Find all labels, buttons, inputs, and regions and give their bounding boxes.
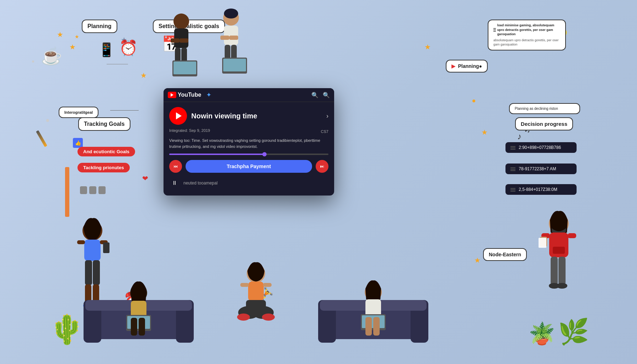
top-people-svg — [153, 0, 267, 92]
top-right-bubble: load minimise gaming, absolutequam upro … — [488, 20, 566, 50]
stats-icon-2 — [510, 167, 515, 171]
yt-progress-bar[interactable] — [169, 154, 328, 155]
svg-rect-21 — [77, 240, 85, 244]
yt-meta-row: Integrated: Sep 9, 2019 CS7 — [169, 128, 328, 135]
yt-content: Nowin viewing time › Integrated: Sep 9, … — [164, 102, 334, 196]
yt-header-icons: 🔍 🔍 — [311, 92, 330, 98]
yt-controls: ⏮ Trachpha Payment ⏭ — [169, 160, 328, 176]
dot-2 — [32, 60, 34, 63]
star-icon-6: ★ — [424, 43, 431, 51]
yt-description: Viewing too: Time. Set vowoutrasting vag… — [169, 138, 328, 149]
yt-progress-fill — [169, 154, 265, 155]
phone-icon: 📱 — [98, 42, 115, 58]
svg-point-9 — [224, 9, 238, 18]
star-icon-3: ★ — [75, 34, 79, 39]
svg-rect-1 — [174, 28, 188, 48]
tracking-goals-bubble: Tracking Goals — [78, 117, 130, 131]
stats-box-2: 78-91772238+7 AM — [505, 164, 577, 174]
stats-box-1: 2:90+898+07728B786 — [505, 142, 577, 153]
yt-pause-icon[interactable]: ⏸ — [169, 178, 180, 188]
star-icon-4: ★ — [140, 71, 147, 80]
dot-orange — [472, 100, 475, 102]
yt-cs-text: CS7 — [321, 129, 328, 134]
svg-point-47 — [237, 314, 250, 321]
tracking-button[interactable]: Tackling prionutes — [77, 163, 130, 172]
star-icon-2: ★ — [69, 43, 76, 51]
svg-rect-2 — [171, 38, 180, 43]
dot-1 — [46, 119, 49, 122]
coffee-mug-icon: ☕ — [41, 46, 62, 66]
search-icon-2[interactable]: 🔍 — [323, 92, 330, 98]
ruler-icon — [65, 167, 69, 217]
music-note-1: ♪ — [517, 132, 521, 141]
svg-rect-10 — [224, 26, 238, 45]
svg-rect-63 — [568, 233, 576, 238]
svg-rect-7 — [173, 61, 196, 74]
yt-bottom-text: neuted tooamepal — [183, 181, 218, 186]
star-icon-1: ★ — [57, 30, 63, 39]
yt-video-row: Nowin viewing time › — [169, 107, 328, 125]
bag-1 — [80, 186, 87, 194]
yt-logo-icon — [168, 92, 176, 98]
svg-rect-20 — [84, 240, 101, 261]
yt-chevron-icon[interactable]: › — [326, 112, 328, 120]
center-person-svg — [220, 257, 291, 350]
svg-rect-46 — [246, 300, 266, 314]
stats-icon-3 — [510, 188, 515, 192]
yt-payment-button[interactable]: Trachpha Payment — [186, 160, 312, 173]
yt-next-button[interactable]: ⏭ — [316, 160, 328, 173]
planning-decision-bubble: Planning as declining riston — [509, 103, 580, 114]
svg-point-69 — [557, 283, 567, 289]
heart-icon: ❤ — [142, 174, 148, 183]
svg-rect-39 — [139, 318, 145, 336]
yt-video-title: Nowin viewing time — [191, 112, 257, 120]
bag-3 — [98, 186, 106, 194]
main-scene: ★ ★ ★ ★ ★ ★ ★ ★ ★ ☕ 📱 ⏰ 📅 ⏰ 💡 ♪ ♫ 👍 ❤ 🏋 … — [0, 0, 637, 364]
svg-rect-67 — [558, 257, 566, 285]
connector-line-2 — [107, 64, 128, 64]
svg-rect-18 — [223, 59, 246, 71]
svg-rect-58 — [373, 317, 380, 336]
svg-rect-43 — [263, 283, 272, 287]
couch-right-svg — [316, 275, 430, 346]
decision-progress-bubble: Decision progress — [515, 117, 573, 130]
youtube-player: YouTube ✦ 🔍 🔍 Nowin viewing time › Integ… — [164, 88, 334, 196]
right-man-svg — [536, 204, 582, 346]
svg-point-48 — [262, 314, 275, 321]
thumb-up-icon: 👍 — [73, 138, 83, 148]
yt-logo: YouTube — [168, 92, 201, 98]
node-eastern-bubble: Node-Eastern — [483, 248, 527, 261]
planning-bubble-left: Planning — [82, 20, 117, 33]
stats-icon-1 — [510, 146, 515, 150]
couch-left-svg — [82, 275, 196, 346]
svg-rect-23 — [103, 242, 109, 253]
bag-2 — [89, 186, 96, 194]
yt-bottom-row: ⏸ neuted tooamepal — [169, 176, 328, 191]
bags-group — [80, 186, 106, 194]
star-icon-8: ★ — [474, 256, 481, 264]
svg-rect-41 — [248, 282, 264, 301]
svg-rect-65 — [539, 238, 546, 248]
integrated-goal-bubble: Interogratitgeal — [59, 107, 98, 118]
svg-rect-3 — [180, 38, 188, 43]
svg-rect-66 — [551, 257, 558, 285]
svg-rect-57 — [365, 317, 372, 336]
yt-back-button[interactable]: ⏮ — [169, 160, 182, 173]
svg-rect-11 — [220, 36, 229, 40]
svg-rect-38 — [131, 318, 137, 336]
star-icon-5: ★ — [481, 128, 488, 136]
svg-rect-42 — [240, 283, 249, 287]
stats-box-3: 2,5-884+017Z38:0M — [505, 184, 577, 195]
svg-point-0 — [173, 14, 189, 29]
connector-line-1 — [110, 110, 139, 111]
auto-goals-button[interactable]: And ecutiontic Goals — [77, 147, 135, 156]
svg-rect-61 — [553, 247, 565, 254]
svg-rect-12 — [229, 36, 238, 40]
search-icon-1[interactable]: 🔍 — [311, 92, 318, 98]
alarm-clock-icon-left: ⏰ — [119, 39, 138, 57]
yt-play-button[interactable] — [169, 107, 187, 125]
planning-right-bubble: ▶ Planning● — [446, 60, 488, 73]
yt-meta-text: Integrated: Sep 9, 2019 — [169, 128, 210, 133]
